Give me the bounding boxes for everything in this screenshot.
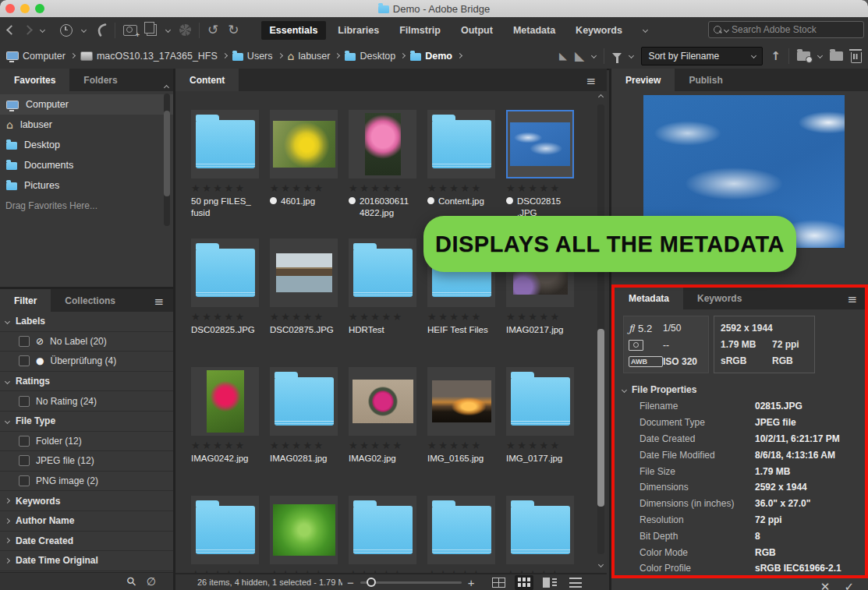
get-photos-from-camera-icon[interactable]: [123, 25, 137, 36]
delete-item-button[interactable]: [851, 52, 862, 63]
sort-dropdown[interactable]: Sort by Filename: [641, 47, 763, 65]
filter-item-no-label[interactable]: ⊘No Label (20): [0, 332, 173, 352]
sidebar-item-documents[interactable]: Documents: [0, 155, 173, 175]
grid-item-folder[interactable]: ★★★★★: [191, 496, 259, 573]
thumbnail-cell[interactable]: [191, 110, 259, 178]
thumbnail-cell[interactable]: [506, 367, 574, 436]
grid-item-image[interactable]: ★★★★★IMAG0242.jpg: [191, 367, 259, 496]
thumbnail-cell[interactable]: [427, 367, 495, 436]
filter-section-date-created[interactable]: Date Created: [0, 532, 173, 552]
thumbnail-cell[interactable]: [506, 496, 574, 564]
thumbnail-view-button[interactable]: [515, 575, 533, 590]
grid-lock-view-button[interactable]: [489, 575, 508, 590]
filter-checkbox[interactable]: [19, 355, 30, 366]
metadata-value[interactable]: RGB: [755, 547, 776, 558]
filter-section-labels[interactable]: Labels: [0, 312, 173, 332]
detail-view-button[interactable]: [540, 575, 560, 590]
workspace-tab-output[interactable]: Output: [452, 21, 501, 40]
grid-item-image[interactable]: ★★★★★IMAG02.jpg: [349, 367, 416, 496]
boomerang-icon[interactable]: [95, 23, 107, 37]
tab-metadata[interactable]: Metadata: [615, 288, 683, 309]
metadata-value[interactable]: 8/6/18, 4:13:16 AM: [755, 450, 835, 461]
filter-dropdown-icon[interactable]: [629, 53, 634, 58]
filter-scrollbar[interactable]: [164, 94, 170, 226]
new-folder-button[interactable]: [830, 51, 843, 61]
thumbnail-cell[interactable]: [191, 238, 259, 307]
rating-stars[interactable]: ★★★★★: [270, 312, 338, 322]
rotate-left-icon[interactable]: ↺: [207, 23, 218, 37]
filter-item-png-image[interactable]: PNG image (2): [0, 472, 173, 492]
thumbnail-larger-button[interactable]: +: [468, 577, 475, 588]
cancel-metadata-icon[interactable]: ✕: [820, 580, 831, 590]
metadata-value[interactable]: sRGB IEC61966-2.1: [755, 563, 841, 574]
filter-section-ratings[interactable]: Ratings: [0, 372, 173, 392]
thumbnail-cell[interactable]: [270, 367, 338, 436]
rating-stars[interactable]: ★★★★★: [349, 183, 416, 193]
filter-item-folder[interactable]: Folder (12): [0, 432, 173, 452]
tab-preview[interactable]: Preview: [611, 69, 675, 91]
metadata-value[interactable]: 8: [755, 531, 760, 542]
keep-filter-pin-icon[interactable]: ⚲: [123, 574, 140, 590]
rating-stars[interactable]: ★★★★★: [427, 312, 495, 322]
grid-item-image[interactable]: ★★★★★4601.jpg: [270, 110, 338, 238]
thumbnail-quality-icon[interactable]: ◣: [559, 51, 567, 61]
filter-checkbox[interactable]: [19, 436, 30, 447]
rating-stars[interactable]: ★★★★★: [191, 440, 259, 450]
file-properties-header[interactable]: File Properties: [622, 384, 696, 395]
metadata-value[interactable]: 02815.JPG: [755, 401, 802, 412]
thumbnail-cell[interactable]: [349, 496, 416, 564]
filter-menu-icon[interactable]: ≡: [154, 295, 164, 309]
grid-item-folder[interactable]: ★★★★★DSC02825.JPG: [191, 238, 259, 367]
tab-favorites[interactable]: Favorites: [0, 69, 69, 91]
tab-publish[interactable]: Publish: [675, 69, 736, 91]
rating-stars[interactable]: ★★★★★: [427, 183, 495, 193]
filter-item-jpeg-file[interactable]: JPEG file (12): [0, 451, 173, 472]
metadata-value[interactable]: 2592 x 1944: [755, 482, 807, 493]
grid-item-image[interactable]: ★★★★★2016030611 4822.jpg: [349, 110, 416, 238]
grid-item-folder[interactable]: ★★★★★: [349, 496, 416, 573]
breadcrumb-item-computer[interactable]: Computer: [6, 51, 66, 62]
apply-metadata-icon[interactable]: ✓: [844, 580, 854, 590]
workspace-more-icon[interactable]: [643, 27, 648, 33]
grid-item-folder[interactable]: ★★★★★: [506, 496, 574, 573]
thumbnail-cell[interactable]: [506, 110, 574, 178]
filter-checkbox[interactable]: [19, 336, 30, 347]
thumbnail-cell[interactable]: [349, 367, 416, 436]
metadata-value[interactable]: 1.79 MB: [755, 466, 790, 477]
camera-raw-icon[interactable]: [179, 24, 191, 36]
filter-section-author-name[interactable]: Author Name: [0, 511, 173, 532]
workspace-tab-filmstrip[interactable]: Filmstrip: [391, 21, 449, 40]
thumbnail-cell[interactable]: [427, 496, 495, 564]
metadata-menu-icon[interactable]: ≡: [847, 292, 857, 306]
breadcrumb-item-demo[interactable]: Demo: [410, 51, 452, 62]
rating-stars[interactable]: ★★★★★: [270, 440, 338, 450]
batch-copy-icon[interactable]: [147, 24, 157, 36]
sidebar-item-desktop[interactable]: Desktop: [0, 135, 173, 155]
batch-dropdown-icon[interactable]: [165, 27, 171, 33]
grid-item-image[interactable]: ★★★★★: [270, 496, 338, 573]
thumbnail-cell[interactable]: [270, 110, 338, 178]
rating-stars[interactable]: ★★★★★: [506, 312, 574, 322]
breadcrumb-item-macos10.13_17a365_hfs[interactable]: macOS10.13_17A365_HFS: [80, 51, 218, 62]
back-button[interactable]: [6, 25, 16, 35]
metadata-value[interactable]: 72 ppi: [755, 514, 782, 525]
filter-checkbox[interactable]: [19, 396, 30, 407]
sidebar-item-pictures[interactable]: Pictures: [0, 175, 173, 196]
tab-collections[interactable]: Collections: [51, 289, 129, 312]
filter-item-no-rating[interactable]: No Rating (24): [0, 391, 173, 412]
grid-item-folder[interactable]: ★★★★★HDRTest: [349, 238, 416, 367]
filter-section-date-time-original[interactable]: Date Time Original: [0, 551, 173, 571]
sidebar-item-labuser[interactable]: ⌂labuser: [0, 115, 173, 135]
breadcrumb-item-desktop[interactable]: Desktop: [345, 51, 395, 62]
metadata-value[interactable]: 10/2/11, 6:21:17 PM: [755, 433, 840, 444]
recent-folder-dropdown-icon[interactable]: [817, 53, 823, 58]
close-window-button[interactable]: [5, 4, 15, 13]
rating-stars[interactable]: ★★★★★: [270, 183, 338, 193]
thumbnail-cell[interactable]: [349, 110, 416, 178]
rating-stars[interactable]: ★★★★★: [349, 440, 416, 450]
clear-filter-icon[interactable]: ∅: [147, 575, 156, 588]
thumbnail-cell[interactable]: [349, 238, 416, 307]
thumbnail-size-slider-thumb[interactable]: [367, 578, 376, 587]
workspace-tab-metadata[interactable]: Metadata: [505, 21, 564, 40]
adobe-stock-search-input[interactable]: Search Adobe Stock: [708, 21, 864, 38]
